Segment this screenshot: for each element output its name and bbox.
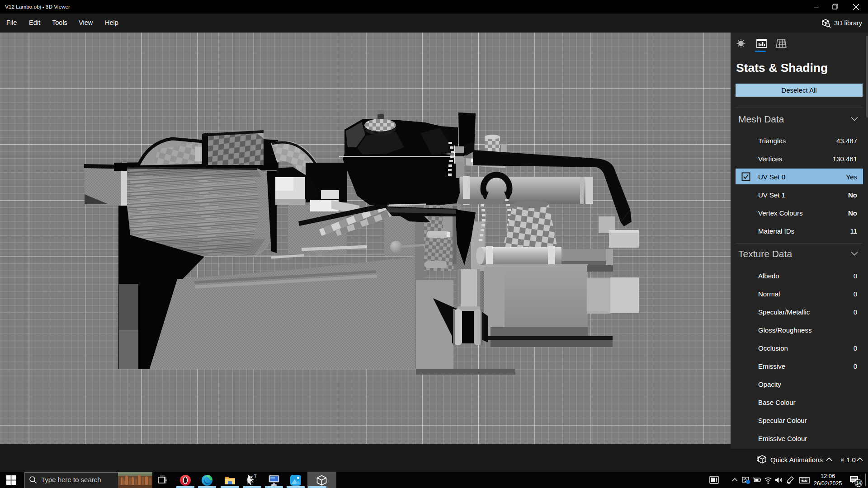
svg-text:7: 7 xyxy=(254,474,257,479)
svg-text:14: 14 xyxy=(856,481,861,486)
